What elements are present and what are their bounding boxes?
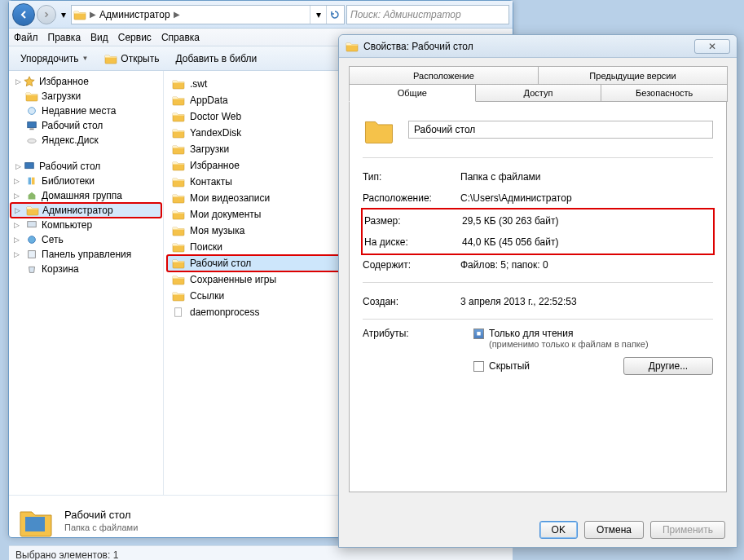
details-name: Рабочий стол [64,509,138,521]
svg-point-0 [29,108,36,115]
recent-icon [25,105,38,117]
svg-point-3 [28,139,37,143]
folder-icon [172,274,185,285]
properties-dialog: Свойства: Рабочий стол ✕ Расположение Пр… [338,34,737,548]
user-icon [26,205,39,216]
favorites-header[interactable]: ▷Избранное [11,74,161,89]
tree-recycle-bin[interactable]: Корзина [11,262,161,276]
readonly-checkbox[interactable]: ■ [473,329,484,339]
refresh-button[interactable] [326,6,342,24]
desktop-tree-header[interactable]: ▷Рабочий стол [11,159,161,174]
tree-libraries[interactable]: ▷Библиотеки [11,174,161,188]
created-label: Создан: [363,296,460,307]
control-panel-icon [25,249,38,260]
contains-value: Файлов: 5; папок: 0 [460,259,713,271]
nav-bar: ▾ ▶ Администратор ▶ ▾ Поиск: Администрат… [9,1,513,29]
tab-security[interactable]: Безопасность [601,84,728,102]
breadcrumb-item[interactable]: Администратор [99,9,170,20]
folder-icon [172,111,185,122]
svg-rect-5 [29,178,32,185]
tab-location[interactable]: Расположение [349,66,539,84]
fav-yandex[interactable]: Яндекс.Диск [11,133,161,148]
organize-button[interactable]: Упорядочить ▼ [15,51,93,67]
open-button[interactable]: Открыть [99,51,164,67]
svg-rect-7 [28,222,37,227]
folder-icon [172,241,185,253]
location-value: C:\Users\Администратор [460,192,713,204]
folder-icon [172,143,185,155]
open-icon [104,53,117,64]
folder-icon [172,95,185,106]
svg-rect-11 [25,517,45,531]
folder-large-icon [17,502,55,540]
name-input[interactable]: Рабочий стол [408,121,713,139]
address-dropdown[interactable]: ▾ [310,6,326,24]
location-label: Расположение: [363,192,460,204]
desktop-icon [23,161,36,172]
other-attributes-button[interactable]: Другие... [623,357,713,375]
general-panel: Рабочий стол Тип:Папка с файлами Располо… [349,101,727,492]
libraries-icon [25,175,38,187]
nav-history-dropdown[interactable]: ▾ [58,3,69,26]
readonly-sublabel: (применимо только к файлам в папке) [489,339,713,349]
hidden-checkbox[interactable] [473,361,484,372]
search-input[interactable]: Поиск: Администратор [346,5,509,24]
navigation-pane: ▷Избранное Загрузки Недавние места Рабоч… [9,71,164,495]
type-label: Тип: [363,171,460,183]
breadcrumb-sep-icon: ▶ [174,10,180,19]
type-value: Папка с файлами [460,171,713,183]
address-bar[interactable]: ▶ Администратор ▶ ▾ [71,5,345,24]
network-icon [25,234,38,245]
menu-help[interactable]: Справка [161,32,200,43]
tree-computer[interactable]: ▷Компьютер [11,218,161,232]
tab-previous-versions[interactable]: Предыдущие версии [538,66,728,84]
folder-icon [172,209,185,220]
forward-button[interactable] [37,5,56,24]
folder-icon [25,90,38,102]
ok-button[interactable]: OK [539,521,578,539]
tab-sharing[interactable]: Доступ [475,84,602,102]
readonly-label: Только для чтения [489,328,573,339]
apply-button[interactable]: Применить [650,521,725,539]
menu-file[interactable]: Файл [14,32,38,43]
collapse-icon[interactable]: ▷ [15,77,21,86]
fav-desktop[interactable]: Рабочий стол [11,118,161,133]
menu-edit[interactable]: Правка [48,32,81,43]
svg-rect-10 [175,308,182,317]
menu-tools[interactable]: Сервис [118,32,152,43]
dialog-title: Свойства: Рабочий стол [363,41,473,52]
folder-icon [172,290,185,302]
menu-view[interactable]: Вид [90,32,108,43]
tree-administrator[interactable]: ▷Администратор [11,203,161,218]
recycle-icon [25,263,38,275]
svg-point-8 [29,236,36,244]
close-button[interactable]: ✕ [694,39,730,54]
breadcrumb-sep-icon: ▶ [90,10,96,19]
folder-large-icon [363,113,395,146]
expand-icon[interactable]: ▷ [15,162,21,170]
folder-icon [172,78,185,90]
file-icon [172,306,185,318]
tree-network[interactable]: ▷Сеть [11,232,161,247]
svg-rect-1 [28,122,37,128]
size-label: Размер: [364,215,462,227]
tree-homegroup[interactable]: ▷Домашняя группа [11,188,161,203]
folder-icon [172,176,185,187]
size-on-disk-label: На диске: [364,236,462,248]
svg-rect-2 [29,129,33,130]
back-button[interactable] [12,3,35,26]
size-highlight: Размер:29,5 КБ (30 263 байт) На диске:44… [361,208,715,255]
folder-icon [172,225,185,236]
fav-recent[interactable]: Недавние места [11,104,161,118]
include-library-button[interactable]: Добавить в библи [170,51,262,67]
folder-icon [172,192,185,204]
tree-control-panel[interactable]: ▷Панель управления [11,247,161,262]
cancel-button[interactable]: Отмена [584,521,644,539]
size-on-disk-value: 44,0 КБ (45 056 байт) [462,236,711,248]
dialog-titlebar[interactable]: Свойства: Рабочий стол ✕ [339,35,737,58]
folder-icon [172,258,185,269]
hidden-label: Скрытый [489,360,530,372]
contains-label: Содержит: [363,259,460,271]
fav-downloads[interactable]: Загрузки [11,89,161,104]
tab-general[interactable]: Общие [349,84,476,102]
